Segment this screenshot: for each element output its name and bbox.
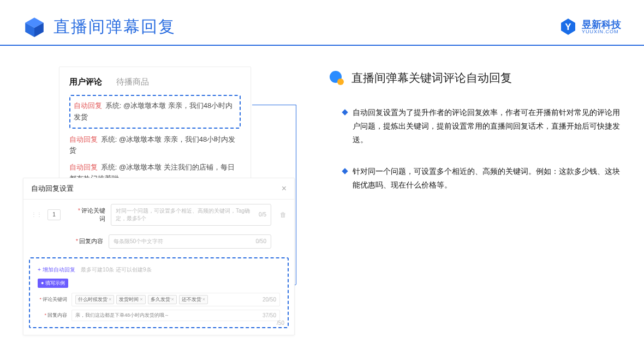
example-tag: ● 填写示例	[38, 279, 68, 288]
trash-icon[interactable]: 🗑	[280, 211, 287, 219]
reply-input[interactable]: 每条限50个中文字符0/50	[109, 234, 271, 249]
add-reply-link[interactable]: + 增加自动回复	[38, 267, 75, 273]
diamond-icon	[342, 109, 348, 115]
svg-text:Y: Y	[565, 22, 571, 32]
example-keyword-input[interactable]: 什么时候发货× 发货时间× 多久发货× 还不发货× 20/50	[71, 293, 280, 306]
order-num[interactable]: 1	[47, 209, 61, 220]
highlighted-comment: 自动回复 系统: @冰墩墩本墩 亲亲，我们48小时内发货	[69, 95, 241, 129]
diamond-icon	[342, 168, 348, 174]
left-panel: 用户评论 待播商品 自动回复 系统: @冰墩墩本墩 亲亲，我们48小时内发货 自…	[23, 67, 307, 335]
bullet-item: 自动回复设置为了提升作者的评论回复效率，作者可在开播前针对常见的评论用户问题，提…	[343, 106, 621, 147]
keyword-label: *评论关键词	[76, 207, 105, 223]
drag-icon[interactable]: ⋮⋮	[31, 212, 42, 218]
right-panel: 直播间弹幕关键词评论自动回复 自动回复设置为了提升作者的评论回复效率，作者可在开…	[307, 67, 621, 335]
brand: Y 昱新科技 YUUXIN.COM	[559, 17, 621, 36]
comment-item: 自动回复 系统: @冰墩墩本墩 亲亲，我们48小时内发货	[69, 134, 241, 157]
example-reply-input[interactable]: 亲，我们这边都是下单48小时内发货的哦～37/50	[71, 310, 280, 321]
close-icon[interactable]: ×	[282, 184, 287, 194]
chat-bubble-icon	[329, 70, 345, 86]
brand-en: YUUXIN.COM	[582, 29, 621, 34]
auto-reply-tag: 自动回复	[74, 101, 102, 110]
page-title: 直播间弹幕回复	[53, 16, 176, 38]
float-count: /50	[277, 320, 284, 326]
svg-point-5	[337, 79, 344, 85]
tab-products[interactable]: 待播商品	[116, 77, 149, 87]
settings-modal: 自动回复设置 × ⋮⋮ 1 *评论关键词 对同一个问题，可设置多个相近、高频的关…	[23, 178, 295, 335]
cube-icon	[23, 15, 46, 38]
example-box: + 增加自动回复 最多可建10条 还可以创建9条 ● 填写示例 *评论关键词 什…	[29, 257, 289, 328]
modal-title: 自动回复设置	[31, 184, 74, 194]
comments-card: 用户评论 待播商品 自动回复 系统: @冰墩墩本墩 亲亲，我们48小时内发货 自…	[59, 67, 251, 196]
keyword-input[interactable]: 对同一个问题，可设置多个相近、高频的关键词，Tag确定，最多5个0/5	[111, 204, 271, 226]
tab-comments[interactable]: 用户评论	[69, 77, 102, 87]
brand-cn: 昱新科技	[582, 20, 621, 29]
section-title: 直播间弹幕关键词评论自动回复	[351, 70, 512, 86]
tabs: 用户评论 待播商品	[69, 77, 241, 87]
page-header: 直播间弹幕回复 Y 昱新科技 YUUXIN.COM	[0, 0, 644, 46]
add-hint: 最多可建10条 还可以创建9条	[81, 267, 151, 273]
reply-label: *回复内容	[74, 237, 103, 245]
bullet-item: 针对同一个问题，可设置多个相近的、高频的关键词。例如：这款多少钱、这块能优惠吗、…	[343, 165, 621, 192]
